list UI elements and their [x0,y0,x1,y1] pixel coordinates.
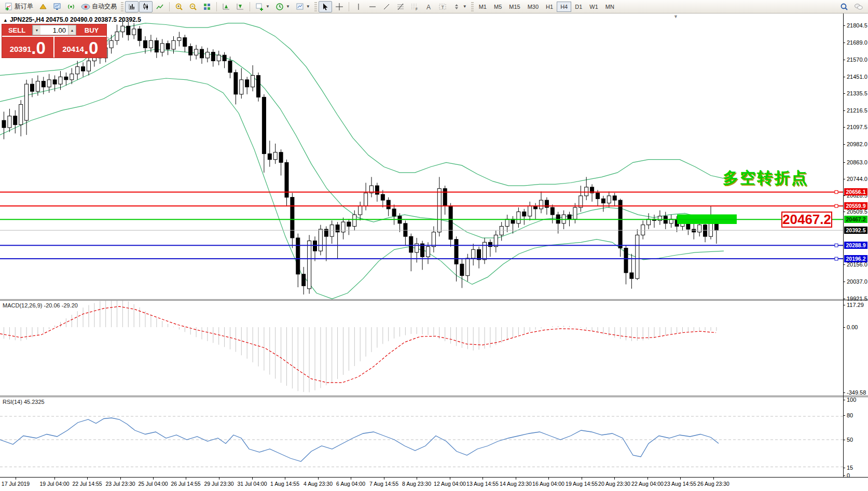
candle-chart-button[interactable] [139,1,153,12]
bollinger-upper-band [0,23,724,186]
auto-scroll-button[interactable] [219,1,233,12]
candle [550,204,554,223]
timeframe-button-mn[interactable]: MN [602,2,618,12]
tile-windows-button[interactable] [200,1,214,12]
line-chart-button[interactable] [153,1,167,12]
candle [127,22,130,40]
time-tick [713,478,714,480]
volume-input[interactable]: 1.00 [40,25,68,35]
candle [601,196,605,212]
periods-dropdown[interactable]: ▼ [273,1,293,12]
candle [669,215,673,228]
template-dropdown[interactable]: ▼ [293,1,313,12]
vertical-line-icon [354,3,363,11]
arrows-icon [452,3,461,11]
buy-button[interactable]: BUY [77,24,106,36]
chat-button[interactable] [851,1,866,12]
time-tick [285,478,285,480]
timeframe-button-d1[interactable]: D1 [571,2,586,12]
clock-icon [275,3,284,11]
pane-separator[interactable] [0,299,868,301]
chart-shift-marker-icon[interactable]: ▼ [673,14,678,19]
symbol-collapse-icon[interactable]: ▲ [3,18,8,23]
time-tick [450,478,450,480]
candle [296,233,300,287]
candle [324,226,328,261]
candle [653,215,656,228]
signals-button[interactable] [64,1,78,12]
axis-tick [843,144,845,145]
candle [251,65,255,91]
trendline-tool[interactable] [380,1,393,12]
timeframe-button-h4[interactable]: H4 [557,2,571,12]
label-tool[interactable]: T [436,1,449,12]
timeframe-button-m15[interactable]: M15 [505,2,523,12]
main-chart-canvas[interactable] [0,13,843,299]
candle [8,109,11,132]
sell-price-button[interactable]: 20391.0 [2,37,54,58]
line-handle[interactable] [835,204,838,207]
sell-button[interactable]: SELL [2,24,32,36]
arrows-dropdown[interactable]: ▼ [450,1,470,12]
time-axis[interactable]: 17 Jul 201919 Jul 04:0022 Jul 14:5523 Ju… [0,477,868,491]
candle [528,202,532,220]
zoom-out-button[interactable] [186,1,200,12]
timeframe-button-m30[interactable]: M30 [524,2,542,12]
axis-tick [843,400,845,400]
crosshair-tool-button[interactable] [333,1,346,12]
time-label: 7 Aug 14:55 [369,481,398,487]
chart-shift-button[interactable] [233,1,247,12]
axis-tick [843,162,845,163]
rsi-pane-canvas[interactable] [0,397,843,477]
fibonacci-tool[interactable] [394,1,407,12]
time-label: 13 Aug 14:55 [466,481,499,487]
timeframe-button-m1[interactable]: M1 [475,2,490,12]
buy-price-button[interactable]: 20414.0 [54,37,107,58]
sell-price-int: 20391 [10,43,32,56]
text-tool[interactable]: A [422,1,435,12]
zoom-in-button[interactable] [172,1,186,12]
panel-toggle-handle[interactable]: ] [107,36,109,45]
volume-increase-button[interactable]: ▲ [68,25,76,35]
line-handle[interactable] [835,190,838,193]
candle [618,199,622,257]
macd-pane-canvas[interactable] [0,301,843,396]
time-tick [417,478,417,480]
axis-tick [843,77,845,77]
candle [223,52,226,68]
price-axis[interactable]: 21804.521689.021570.021451.021335.521216… [843,13,868,477]
vertical-line-tool[interactable] [352,1,365,12]
candle [268,141,271,166]
autotrading-button[interactable]: 自动交易 [78,1,119,12]
axis-tick-label: 100 [847,397,856,403]
candle [138,26,142,46]
time-label: 26 Aug 23:30 [697,481,729,487]
timeframe-button-h1[interactable]: H1 [542,2,557,12]
candle-chart-icon [142,3,150,11]
new-order-button[interactable]: 新订单 [2,1,36,12]
line-handle[interactable] [835,244,838,247]
history-button[interactable] [36,1,50,12]
timeframe-button-w1[interactable]: W1 [586,2,602,12]
bar-chart-button[interactable] [125,1,139,12]
new-chart-dropdown[interactable]: ▼ [253,1,272,12]
candle [613,193,616,206]
time-tick [516,478,516,480]
timeframe-button-m5[interactable]: M5 [490,2,505,12]
time-label: 26 Jul 14:55 [171,481,200,487]
annotation-text[interactable]: 多空转折点 [723,167,808,189]
market-watch-button[interactable] [50,1,64,12]
cursor-tool-button[interactable] [319,1,332,12]
time-label: 16 Aug 04:00 [532,481,564,487]
search-button[interactable] [837,1,851,12]
axis-tick-label: 19921.5 [847,296,867,302]
fibonacci-icon [396,3,405,11]
volume-decrease-button[interactable]: ▼ [33,25,40,35]
price-callout-label[interactable]: 20467.2 [781,212,832,228]
time-tick [153,478,154,480]
line-handle[interactable] [835,257,838,260]
pane-separator[interactable] [0,396,868,397]
autotrading-label: 自动交易 [92,2,117,11]
grid-tool[interactable]: F [408,1,421,12]
horizontal-line-tool[interactable] [366,1,379,12]
